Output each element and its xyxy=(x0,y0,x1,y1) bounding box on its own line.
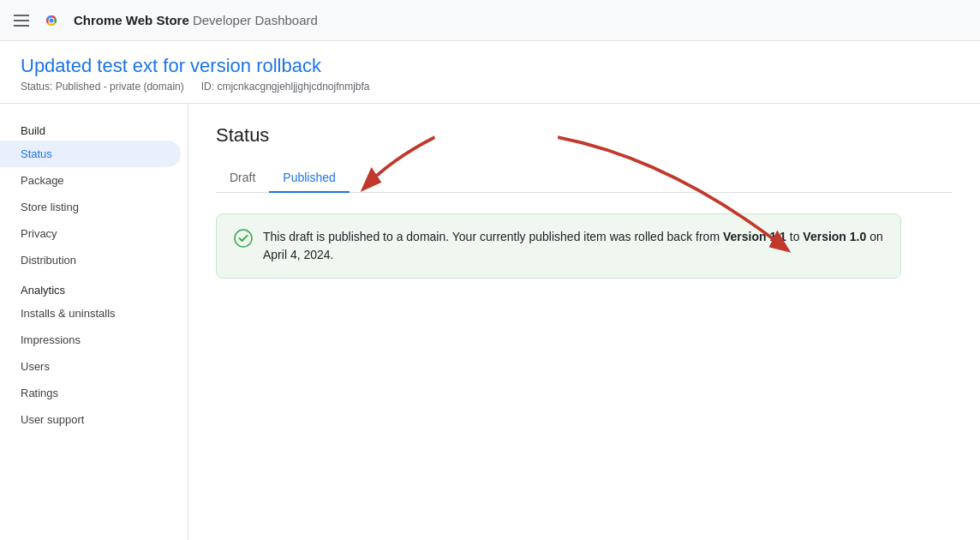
page-subtitle: Status: Published - private (domain) ID:… xyxy=(21,81,959,103)
svg-point-4 xyxy=(235,230,252,247)
chrome-logo xyxy=(39,9,63,33)
check-circle-icon xyxy=(234,229,253,252)
sidebar-item-store-listing[interactable]: Store listing xyxy=(0,194,181,220)
sidebar-item-distribution[interactable]: Distribution xyxy=(0,247,181,273)
sidebar: Build Status Package Store listing Priva… xyxy=(0,104,188,540)
extension-id: ID: cmjcnkacgngjehljjghjcdnojfnmjbfa xyxy=(201,81,370,93)
sidebar-item-package[interactable]: Package xyxy=(0,167,181,194)
page-header: Updated test ext for version rollback St… xyxy=(0,41,980,104)
tabs-container: Draft Published xyxy=(216,164,953,193)
status-message-box: This draft is published to a domain. You… xyxy=(216,213,901,279)
build-section-label: Build xyxy=(0,117,188,141)
analytics-section-label: Analytics xyxy=(0,273,188,300)
status-section-title: Status xyxy=(216,124,953,147)
status-message-text: This draft is published to a domain. You… xyxy=(263,228,883,264)
status-text: Status: Published - private (domain) xyxy=(21,81,184,93)
tab-published[interactable]: Published xyxy=(269,164,350,193)
sidebar-item-ratings[interactable]: Ratings xyxy=(0,380,181,406)
page-title: Updated test ext for version rollback xyxy=(21,55,959,77)
topbar-title: Chrome Web Store Developer Dashboard xyxy=(74,13,318,27)
sidebar-item-user-support[interactable]: User support xyxy=(0,406,181,433)
menu-icon[interactable] xyxy=(14,15,29,27)
sidebar-item-privacy[interactable]: Privacy xyxy=(0,220,181,247)
sidebar-item-impressions[interactable]: Impressions xyxy=(0,327,181,353)
main-content: Status Draft Published This draft is pub… xyxy=(188,104,980,540)
layout: Build Status Package Store listing Priva… xyxy=(0,104,980,540)
svg-point-3 xyxy=(50,18,54,22)
topbar: Chrome Web Store Developer Dashboard xyxy=(0,0,980,41)
sidebar-item-status[interactable]: Status xyxy=(0,141,181,167)
sidebar-item-users[interactable]: Users xyxy=(0,353,181,380)
tab-draft[interactable]: Draft xyxy=(216,164,269,193)
sidebar-item-installs[interactable]: Installs & uninstalls xyxy=(0,300,181,327)
